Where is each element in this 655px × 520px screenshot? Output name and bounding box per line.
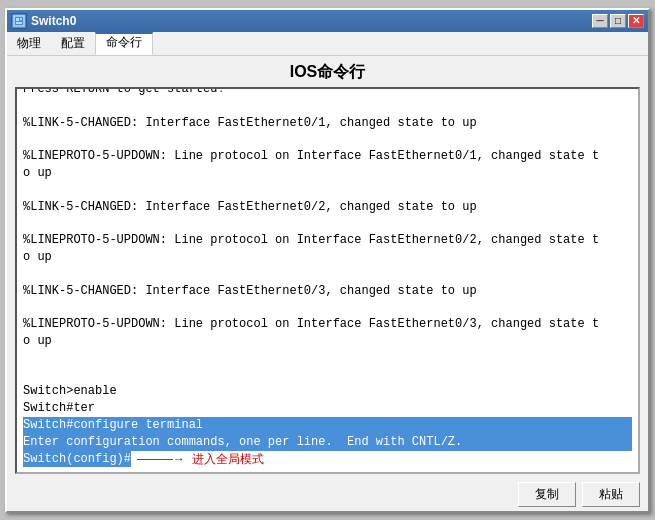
bottom-bar: 复制 粘贴: [7, 478, 648, 511]
svg-rect-1: [16, 18, 19, 21]
terminal-output[interactable]: Compiled Wed 12-Oct-05 22:05 by pt_team …: [17, 89, 638, 472]
maximize-button[interactable]: □: [610, 14, 626, 28]
title-controls: ─ □ ✕: [592, 14, 644, 28]
terminal-wrapper: Compiled Wed 12-Oct-05 22:05 by pt_team …: [15, 87, 640, 474]
menu-item-peizhi[interactable]: 配置: [51, 32, 95, 55]
minimize-button[interactable]: ─: [592, 14, 608, 28]
title-bar-left: Switch0: [11, 13, 76, 29]
content-area: Compiled Wed 12-Oct-05 22:05 by pt_team …: [7, 87, 648, 478]
window-title: Switch0: [31, 14, 76, 28]
close-button[interactable]: ✕: [628, 14, 644, 28]
title-bar: Switch0 ─ □ ✕: [7, 10, 648, 32]
menu-item-wuli[interactable]: 物理: [7, 32, 51, 55]
svg-rect-2: [20, 18, 22, 20]
paste-button[interactable]: 粘贴: [582, 482, 640, 507]
window-icon: [11, 13, 27, 29]
copy-button[interactable]: 复制: [518, 482, 576, 507]
menu-item-cmdline[interactable]: 命令行: [95, 32, 153, 55]
menu-bar: 物理 配置 命令行: [7, 32, 648, 56]
main-window: Switch0 ─ □ ✕ 物理 配置 命令行 IOS命令行 Compiled …: [5, 8, 650, 513]
svg-rect-3: [16, 22, 22, 24]
page-title: IOS命令行: [7, 56, 648, 87]
